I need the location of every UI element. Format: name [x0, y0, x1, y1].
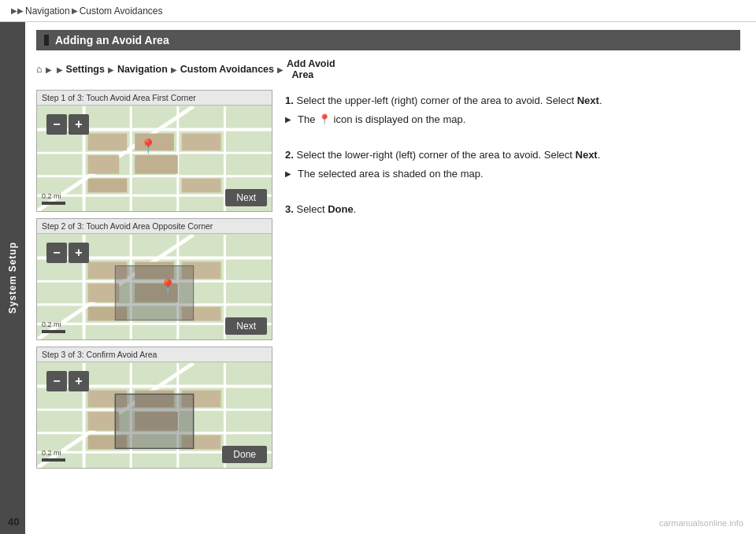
zoom-in-btn-1[interactable]: + [69, 114, 89, 135]
svg-rect-28 [88, 284, 120, 302]
breadcrumb-custom-avoidances: Custom Avoidances [80, 6, 163, 17]
done-btn[interactable]: Done [222, 446, 267, 463]
scale-bar-3: 0.2 mi [42, 449, 65, 462]
bp-item-custom-avoidances: Custom Avoidances [180, 64, 274, 75]
columns-layout: Step 1 of 3: Touch Avoid Area First Corn… [36, 90, 740, 475]
breadcrumb-path: ⌂ ▶ ▶ Settings ▶ Navigation ▶ Custom Avo… [36, 58, 740, 80]
step-1-number: 1. [285, 95, 294, 106]
step-2: 2. Select the lower-right (left) corner … [285, 147, 740, 181]
next-btn-1[interactable]: Next [225, 189, 267, 206]
scale-bar-1: 0.2 mi [42, 192, 65, 205]
step-3-text: 3. Select Done. [285, 202, 740, 217]
step-1-sub-1: The 📍 icon is displayed on the map. [285, 112, 740, 128]
sidebar: System Setup [0, 22, 25, 534]
bp-item-settings: Settings [66, 64, 105, 75]
zoom-in-btn-2[interactable]: + [69, 243, 89, 263]
map-box-3-header: Step 3 of 3: Confirm Avoid Area [37, 347, 272, 362]
zoom-in-btn-3[interactable]: + [69, 371, 89, 391]
next-btn-2[interactable]: Next [225, 317, 267, 335]
bp-item-add-avoid: Add Avoid Area [287, 58, 335, 80]
zoom-controls-2: − + [46, 243, 89, 263]
svg-rect-46 [88, 412, 120, 431]
map-box-3: Step 3 of 3: Confirm Avoid Area [36, 347, 272, 469]
svg-rect-34 [115, 265, 193, 320]
bp-arrow-1: ▶ [46, 65, 52, 74]
sidebar-label: System Setup [7, 242, 18, 313]
svg-rect-11 [88, 155, 120, 174]
step-1-text: 1. Select the upper-left (right) corner … [285, 93, 740, 109]
section-heading-text: Adding an Avoid Area [55, 34, 169, 46]
zoom-out-btn-1[interactable]: − [46, 114, 67, 135]
map-box-1: Step 1 of 3: Touch Avoid Area First Corn… [36, 90, 272, 212]
map-box-1-header: Step 1 of 3: Touch Avoid Area First Corn… [37, 91, 272, 106]
pin-icon-1: 📍 [139, 138, 157, 155]
section-heading: Adding an Avoid Area [36, 30, 740, 50]
svg-rect-52 [115, 394, 193, 448]
step-2-sub-1: The selected area is shaded on the map. [285, 166, 740, 182]
zoom-controls-3: − + [46, 371, 89, 391]
step-3-number: 3. [285, 203, 294, 215]
home-icon: ⌂ [36, 64, 43, 75]
step-2-number: 2. [285, 149, 294, 161]
step-1: 1. Select the upper-left (right) corner … [285, 93, 740, 127]
breadcrumb-navigation: Navigation [25, 6, 70, 17]
svg-rect-16 [88, 179, 128, 193]
svg-rect-13 [135, 155, 178, 174]
zoom-out-btn-3[interactable]: − [46, 371, 67, 391]
step-2-text: 2. Select the lower-right (left) corner … [285, 147, 740, 163]
map-box-2: Step 2 of 3: Touch Avoid Area Opposite C… [36, 218, 272, 340]
bp-item-navigation: Navigation [117, 64, 168, 75]
arrow-icon-1: ▶▶ [11, 6, 24, 15]
svg-rect-10 [88, 133, 128, 150]
arrow-icon-2: ▶ [72, 6, 78, 15]
left-column: Step 1 of 3: Touch Avoid Area First Corn… [36, 90, 272, 475]
pin-icon-2: 📍 [159, 278, 176, 295]
watermark: carmanualsonline.info [659, 518, 743, 528]
bp-arrow-2: ▶ [57, 65, 63, 74]
svg-rect-15 [182, 179, 221, 193]
page-number: 40 [8, 516, 19, 528]
zoom-controls-1: − + [46, 114, 89, 135]
top-breadcrumb-bar: ▶▶ Navigation ▶ Custom Avoidances [0, 0, 756, 22]
svg-rect-14 [182, 133, 221, 150]
zoom-out-btn-2[interactable]: − [46, 243, 67, 263]
step-3: 3. Select Done. [285, 202, 740, 217]
right-column: 1. Select the upper-left (right) corner … [285, 90, 740, 475]
map-box-2-header: Step 2 of 3: Touch Avoid Area Opposite C… [37, 219, 272, 234]
scale-bar-2: 0.2 mi [42, 321, 65, 333]
main-content: Adding an Avoid Area ⌂ ▶ ▶ Settings ▶ Na… [25, 22, 756, 534]
